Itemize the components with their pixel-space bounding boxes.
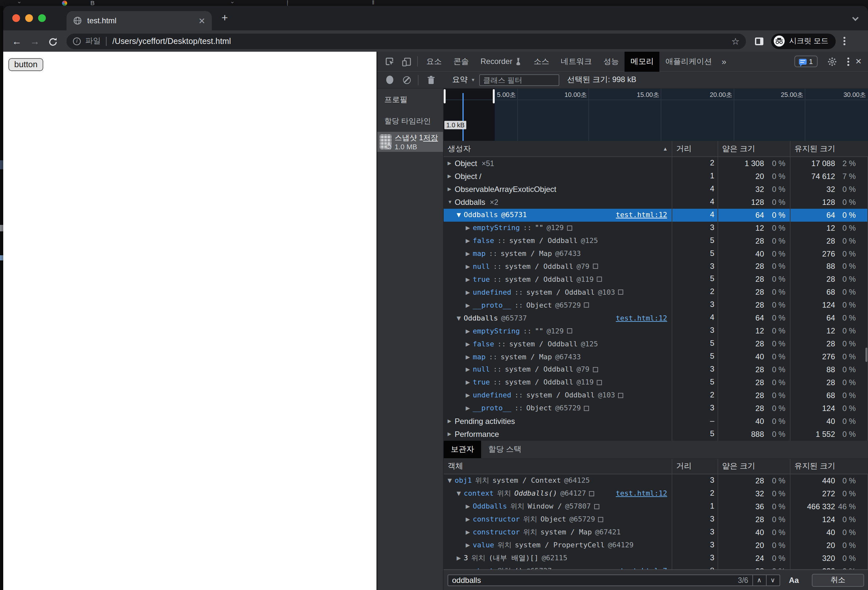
column-distance[interactable]: 거리 xyxy=(672,459,717,474)
expander-icon[interactable]: ▶ xyxy=(466,541,473,549)
constructor-row[interactable]: ▶undefined::system / Oddball@1032280 %68… xyxy=(444,286,868,299)
constructor-row[interactable]: ▶false::system / Oddball@1255280 %280 % xyxy=(444,234,868,247)
expander-icon[interactable]: ▼ xyxy=(457,314,464,322)
expander-icon[interactable]: ▶ xyxy=(466,223,473,232)
forward-button[interactable]: → xyxy=(28,35,42,47)
settings-gear-icon[interactable] xyxy=(827,56,837,67)
match-case-button[interactable]: Aa xyxy=(789,575,799,584)
constructor-row[interactable]: ▶ObservableArrayExoticObject4320 %320 % xyxy=(444,183,868,196)
snapshot-item[interactable]: 스냅샷 1저장 1.0 MB xyxy=(377,132,443,152)
expander-icon[interactable]: ▶ xyxy=(447,161,455,166)
reload-button[interactable] xyxy=(46,36,60,46)
retainer-row[interactable]: ▶value위치system / PropertyCell@641293200 … xyxy=(444,539,868,552)
retainer-row[interactable]: ▶3위치(내부 배열)[]@621153240 %3200 % xyxy=(444,552,868,565)
retainers-tab-보관자[interactable]: 보관자 xyxy=(444,441,481,458)
expander-icon[interactable]: ▶ xyxy=(466,327,473,335)
expander-icon[interactable]: ▼ xyxy=(447,200,455,205)
expander-icon[interactable]: ▶ xyxy=(466,391,473,400)
devtools-tab-소스[interactable]: 소스 xyxy=(528,51,555,71)
constructor-row[interactable]: ▶emptyString::""@1293120 %120 % xyxy=(444,324,868,337)
expander-icon[interactable]: ▼ xyxy=(457,211,464,219)
expander-icon[interactable]: ▶ xyxy=(466,528,473,536)
constructor-row[interactable]: ▶Object×5121 3080 %17 0882 % xyxy=(444,157,868,170)
delete-profile-icon[interactable] xyxy=(426,75,436,85)
devtools-close-icon[interactable]: × xyxy=(855,56,862,67)
url-text[interactable]: /Users/yceffort/Desktop/test.html xyxy=(112,37,726,46)
constructor-row[interactable]: ▶false::system / Oddball@1255280 %280 % xyxy=(444,337,868,350)
allocation-timelines-section[interactable]: 할당 타임라인 xyxy=(377,105,443,126)
site-info-icon[interactable]: i xyxy=(73,37,81,45)
constructor-row[interactable]: ▶true::system / Oddball@1195280 %280 % xyxy=(444,273,868,286)
expander-icon[interactable]: ▶ xyxy=(466,352,473,361)
expander-icon[interactable]: ▶ xyxy=(466,262,473,271)
devtools-menu-icon[interactable] xyxy=(847,57,849,66)
column-object[interactable]: 객체 xyxy=(447,461,463,472)
issues-counter[interactable]: 1 xyxy=(794,56,817,67)
allocation-timeline[interactable]: 5.00초10.00초15.00초20.00초25.00초30.00초 1.0 … xyxy=(444,89,868,141)
constructor-row[interactable]: ▼Oddballs×241280 %1280 % xyxy=(444,196,868,209)
record-heap-button[interactable] xyxy=(386,75,393,84)
device-toolbar-icon[interactable] xyxy=(401,56,411,67)
inspect-element-icon[interactable] xyxy=(384,56,395,67)
class-filter-input[interactable] xyxy=(479,74,559,86)
column-distance[interactable]: 거리 xyxy=(672,141,717,157)
expander-icon[interactable]: ▼ xyxy=(447,476,455,485)
expander-icon[interactable]: ▶ xyxy=(457,567,464,569)
previous-match-button[interactable]: ∧ xyxy=(753,577,766,584)
expander-icon[interactable]: ▶ xyxy=(466,275,473,284)
devtools-tab-Recorder[interactable]: Recorder xyxy=(475,51,528,71)
retainer-row[interactable]: ▶Oddballs위치Window /@578071360 %466 33246… xyxy=(444,500,868,513)
devtools-tab-요소[interactable]: 요소 xyxy=(421,51,447,71)
more-tabs-button[interactable]: » xyxy=(718,56,730,66)
page-button[interactable]: button xyxy=(8,58,43,71)
constructor-row[interactable]: ▶map::system / Map@674335400 %2760 % xyxy=(444,247,868,260)
next-match-button[interactable]: ∨ xyxy=(766,577,779,584)
tab-search-chevron-icon[interactable] xyxy=(852,15,859,21)
back-button[interactable]: ← xyxy=(10,35,24,47)
retainer-row[interactable]: ▶context위치()@65727test.html:78280 %2320 … xyxy=(444,565,868,569)
constructor-row[interactable]: ▶__proto__::Object@657293280 %1240 % xyxy=(444,299,868,312)
search-cancel-button[interactable]: 취소 xyxy=(812,574,864,586)
source-link[interactable]: test.html:12 xyxy=(616,489,672,498)
constructor-row[interactable]: ▶map::system / Map@674335400 %2760 % xyxy=(444,350,868,363)
close-window-button[interactable] xyxy=(12,14,20,22)
retainer-row[interactable]: ▶constructor위치Object@657293280 %1240 % xyxy=(444,513,868,526)
constructor-row[interactable]: ▶null::system / Oddball@793280 %880 % xyxy=(444,363,868,376)
column-retained-size[interactable]: 유지된 크기 xyxy=(790,141,868,157)
retainers-tab-할당 스택[interactable]: 할당 스택 xyxy=(481,441,528,458)
clear-profiles-icon[interactable] xyxy=(403,76,411,84)
retainer-row[interactable]: ▼context위치Oddballs()@64127test.html:1223… xyxy=(444,487,868,500)
column-shallow-size[interactable]: 얕은 크기 xyxy=(717,141,790,157)
minimize-window-button[interactable] xyxy=(25,14,33,22)
omnibox[interactable]: i 파일 /Users/yceffort/Desktop/test.html ☆ xyxy=(66,33,746,49)
constructor-row[interactable]: ▶Pending activities–400 %400 % xyxy=(444,415,868,428)
source-link[interactable]: test.html:7 xyxy=(620,567,672,569)
expander-icon[interactable]: ▶ xyxy=(466,250,473,258)
constructor-row[interactable]: ▶Performance58880 %1 5520 % xyxy=(444,427,868,441)
devtools-tab-네트워크[interactable]: 네트워크 xyxy=(555,51,598,71)
browser-menu-icon[interactable] xyxy=(843,37,845,45)
new-tab-button[interactable]: + xyxy=(221,13,228,23)
column-constructor[interactable]: 생성자 xyxy=(447,143,471,154)
side-panel-icon[interactable] xyxy=(755,37,763,45)
expander-icon[interactable]: ▶ xyxy=(466,237,473,245)
devtools-tab-메모리[interactable]: 메모리 xyxy=(625,51,660,71)
expander-icon[interactable]: ▶ xyxy=(466,340,473,348)
expander-icon[interactable]: ▶ xyxy=(447,418,455,424)
selection-left-handle[interactable] xyxy=(444,89,446,104)
constructor-row[interactable]: ▶Object /1200 %74 6127 % xyxy=(444,170,868,183)
traffic-lights[interactable] xyxy=(12,14,46,22)
source-link[interactable]: test.html:12 xyxy=(616,211,672,219)
expander-icon[interactable]: ▶ xyxy=(466,365,473,374)
expander-icon[interactable]: ▶ xyxy=(457,554,464,562)
constructor-row[interactable]: ▼Oddballs@65737test.html:124640 %640 % xyxy=(444,312,868,325)
devtools-tab-콘솔[interactable]: 콘솔 xyxy=(447,51,475,71)
browser-tab[interactable]: test.html ✕ xyxy=(66,11,212,30)
tab-close-icon[interactable]: ✕ xyxy=(198,16,205,25)
devtools-tab-성능[interactable]: 성능 xyxy=(598,51,625,71)
perspective-select[interactable]: 요약 ▼ xyxy=(452,74,475,85)
constructor-row[interactable]: ▶true::system / Oddball@1195280 %280 % xyxy=(444,376,868,389)
selection-right-handle[interactable] xyxy=(493,89,495,104)
column-retained-size[interactable]: 유지된 크기 xyxy=(790,459,868,474)
search-box[interactable]: 3/6 ∧ ∨ xyxy=(447,574,780,586)
